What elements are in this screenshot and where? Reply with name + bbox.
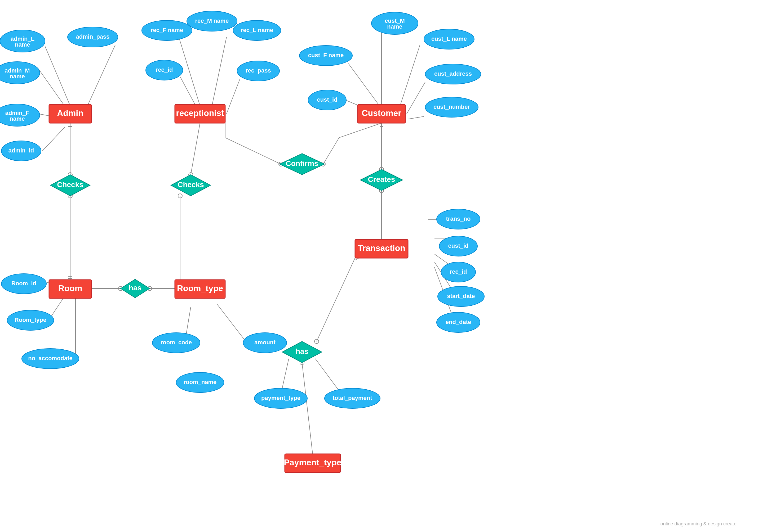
cust-id-text: cust_id: [317, 96, 337, 103]
payment-type-attr-text: payment_type: [261, 395, 300, 401]
payment-type-label: Payment_type: [284, 458, 342, 467]
rec-mname-text: rec_M name: [195, 18, 229, 24]
room-id-text: Room_id: [11, 280, 36, 287]
cust-address-text: cust_address: [434, 70, 472, 77]
admin-fname-text2: name: [10, 115, 25, 122]
admin-id-text: admin_id: [9, 147, 34, 154]
cust-lname-text: cust_L name: [431, 36, 467, 42]
room-type-label: Room_type: [177, 284, 223, 293]
customer-label: Customer: [362, 108, 401, 118]
svg-line-19: [191, 123, 200, 175]
rec-pass-text: rec_pass: [246, 67, 271, 74]
checks1-label: Checks: [57, 181, 83, 189]
admin-label: Admin: [57, 108, 83, 118]
svg-line-31: [408, 117, 424, 119]
trans-no-text: trans_no: [446, 216, 471, 222]
transaction-label: Transaction: [358, 243, 405, 253]
svg-line-55: [217, 305, 244, 339]
room-type-attr2-text: Room_type: [15, 316, 47, 323]
checks2-label: Checks: [177, 181, 204, 189]
svg-line-5: [43, 127, 65, 151]
admin-lname-text2: name: [15, 41, 30, 48]
svg-line-30: [407, 82, 425, 114]
cust-mname-text2: name: [387, 23, 402, 30]
svg-line-18: [227, 79, 240, 114]
svg-line-16: [212, 37, 227, 106]
svg-line-45: [50, 298, 63, 317]
confirms-label: Confirms: [286, 159, 318, 168]
trans-rec-id-text: rec_id: [450, 268, 467, 275]
admin-mname-text2: name: [10, 73, 25, 80]
svg-line-27: [348, 63, 382, 109]
creates-label: Creates: [368, 175, 395, 183]
svg-line-2: [45, 46, 70, 106]
receptionist-label: receptionist: [176, 108, 224, 118]
no-accomodate-text: no_accomodate: [28, 355, 72, 362]
watermark: online diagramming & design create: [660, 521, 736, 526]
start-date-text: start_date: [447, 293, 475, 299]
trans-cust-id-text: cust_id: [448, 242, 468, 249]
rec-id-text: rec_id: [156, 66, 173, 73]
room-code-text: room_code: [161, 339, 192, 346]
room-label: Room: [58, 284, 82, 293]
has-room-label: has: [129, 284, 142, 292]
cust-fname-text: cust_F name: [308, 52, 344, 58]
cust-number-text: cust_number: [433, 104, 470, 110]
total-payment-text: total_payment: [333, 395, 372, 401]
room-name-text: room_name: [183, 379, 217, 385]
svg-line-63: [315, 359, 342, 395]
rec-lname-text: rec_L name: [241, 27, 273, 33]
svg-line-56: [317, 258, 355, 341]
has-pay-label: has: [296, 347, 308, 355]
admin-pass-text: admin_pass: [76, 33, 109, 40]
svg-line-59: [302, 363, 313, 454]
end-date-text: end_date: [446, 319, 471, 325]
svg-line-6: [87, 45, 115, 106]
amount-text: amount: [254, 339, 275, 346]
rec-fname-text: rec_F name: [151, 27, 183, 33]
